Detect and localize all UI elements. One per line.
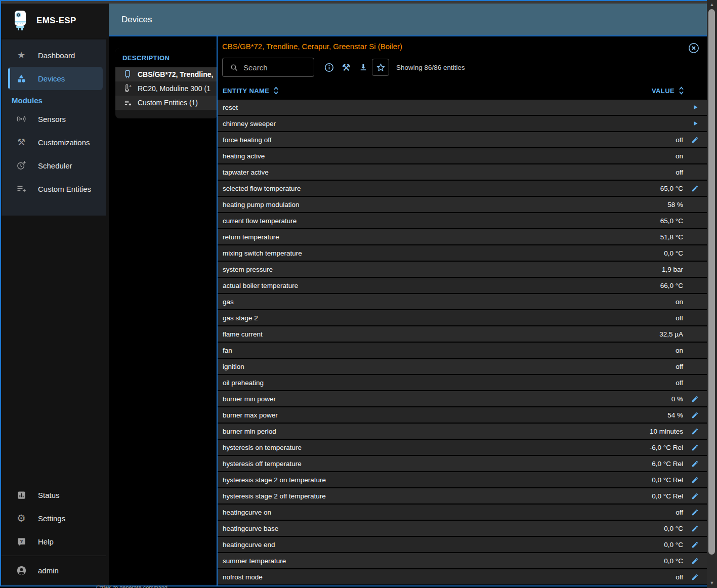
entity-value: 0 % [671,395,683,403]
edit-icon[interactable] [683,492,707,500]
entity-value: 0,0 °C [664,557,683,565]
edit-icon[interactable] [683,557,707,565]
svg-text:?: ? [20,538,23,544]
play-icon[interactable] [683,104,707,110]
table-row[interactable]: hysteresis stage 2 on temperature 0,0 °C… [218,472,707,487]
table-row[interactable]: return temperature 51,8 °C [218,229,707,244]
edit-icon[interactable] [683,395,707,403]
table-row[interactable]: ignition off [218,359,707,374]
sidebar-item-custom-entities[interactable]: Custom Entities [2,177,106,200]
download-icon[interactable] [355,59,372,76]
entities-table: reset chimney sweeper force heating off … [218,100,707,585]
sidebar-item-dashboard[interactable]: ★ Dashboard [2,44,106,67]
table-row[interactable]: force heating off off [218,132,707,147]
table-row[interactable]: flame current 32,5 µA [218,326,707,342]
edit-icon[interactable] [683,185,707,192]
entity-name: heatingcurve base [223,525,664,532]
entity-value: 6,0 °C Rel [652,460,683,468]
page-title: Devices [121,15,152,25]
device-row-thermostat[interactable]: A RC20, Moduline 300 (1 [115,81,218,96]
table-row[interactable]: nofrost mode off [218,569,707,584]
scroll-up-arrow[interactable]: ▲ [707,0,717,9]
sidebar-item-status[interactable]: Status [2,483,106,507]
sidebar-bottom-nav: Status ⚙ Settings ? Help admin [2,483,106,582]
edit-icon[interactable] [683,428,707,435]
table-row[interactable]: burner max power 54 % [218,407,707,423]
play-icon [692,104,698,110]
edit-icon[interactable] [683,460,707,468]
play-icon[interactable] [683,120,707,127]
table-row[interactable]: current flow temperature 65,0 °C [218,213,707,228]
edit-icon[interactable] [683,509,707,516]
table-row[interactable]: heating pump modulation 58 % [218,197,707,212]
scrollbar: ▲ ▼ [707,0,717,588]
sidebar-item-settings[interactable]: ⚙ Settings [2,507,106,530]
sidebar-item-admin[interactable]: admin [2,559,106,582]
table-row[interactable]: hysteresis on temperature -6,0 °C Rel [218,440,707,455]
entity-value: off [676,363,683,370]
table-row[interactable]: heating active on [218,148,707,163]
device-row-custom-entities[interactable]: Custom Entities (1) [115,96,218,110]
table-row[interactable]: heatingcurve base 0,0 °C [218,521,707,536]
table-row[interactable]: selected flow temperature 65,0 °C [218,181,707,196]
search-input[interactable] [243,63,314,72]
edit-icon[interactable] [683,136,707,144]
entity-value: 58 % [667,201,683,208]
table-row[interactable]: heatingcurve end 0,0 °C [218,537,707,552]
table-row[interactable]: hysteresis stage 2 off temperature 0,0 °… [218,488,707,503]
gear-icon: ⚙ [15,514,28,523]
favorites-star-icon[interactable] [372,59,389,76]
entity-value: 0,0 °C [664,525,683,532]
table-row[interactable]: tapwater active off [218,164,707,180]
table-row[interactable]: actual boiler temperature 66,0 °C [218,278,707,293]
entity-name: burner max power [223,411,667,419]
edit-icon [691,525,699,532]
edit-icon[interactable] [683,476,707,484]
edit-icon[interactable] [683,525,707,532]
table-row[interactable]: chimney sweeper [218,116,707,131]
edit-icon[interactable] [683,411,707,419]
entity-value: off [676,509,683,516]
sidebar-item-scheduler[interactable]: Scheduler [2,154,106,177]
scrollbar-thumb[interactable] [708,9,715,555]
sidebar-item-label: Devices [38,74,65,83]
edit-icon [691,492,699,500]
table-row[interactable]: gas on [218,294,707,309]
entity-name: tapwater active [223,169,676,176]
sidebar-item-help[interactable]: ? Help [2,530,106,553]
edit-icon [691,428,699,435]
entity-name: mixing switch temperature [223,249,664,257]
table-row[interactable]: heatingcurve on off [218,505,707,520]
sort-icon[interactable] [679,86,684,95]
table-row[interactable]: mixing switch temperature 0,0 °C [218,245,707,261]
table-row[interactable]: hysteresis off temperature 6,0 °C Rel [218,456,707,471]
close-icon[interactable] [688,42,700,54]
sidebar: EMS-ESP ★ Dashboard Devices Modules Sens… [1,4,109,585]
sort-icon[interactable] [273,86,279,95]
app-logo-block: EMS-ESP [1,4,109,38]
sidebar-item-label: Custom Entities [38,185,91,193]
signal-icon [15,114,28,124]
entity-value: off [676,379,683,387]
maintenance-tools-icon[interactable]: ⚒ [338,59,355,76]
table-row[interactable]: reset [218,100,707,115]
column-header-value: VALUE [652,87,674,95]
table-row[interactable]: burner min power 0 % [218,391,707,406]
sidebar-item-devices[interactable]: Devices [8,67,103,90]
table-row[interactable]: oil preheating off [218,375,707,390]
scroll-down-arrow[interactable]: ▼ [707,578,717,587]
table-row[interactable]: gas stage 2 off [218,310,707,325]
edit-icon[interactable] [683,444,707,451]
edit-icon[interactable] [683,573,707,581]
sidebar-item-sensors[interactable]: Sensors [2,107,106,131]
edit-icon[interactable] [683,541,707,549]
table-row[interactable]: burner min period 10 minutes [218,424,707,439]
table-row[interactable]: fan on [218,343,707,358]
entity-name: hysteresis stage 2 on temperature [223,476,652,484]
table-row[interactable]: system pressure 1,9 bar [218,262,707,277]
device-row-label: RC20, Moduline 300 (1 [138,85,210,93]
table-row[interactable]: summer temperature 0,0 °C [218,553,707,568]
device-row-boiler[interactable]: CBS/GB*72, Trendline, [115,67,218,81]
info-icon[interactable] [320,59,338,76]
sidebar-item-customizations[interactable]: ⚒ Customizations [2,131,106,154]
